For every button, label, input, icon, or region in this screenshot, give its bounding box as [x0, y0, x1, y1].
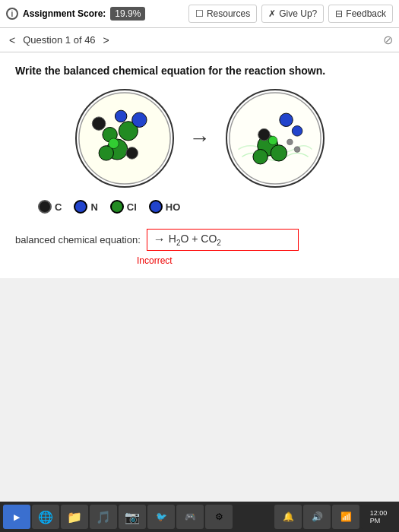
assignment-label: Assignment Score: [23, 8, 106, 19]
svg-point-12 [252, 150, 267, 164]
equation-formula: H2O + CO2 [169, 233, 221, 247]
taskbar-app2[interactable]: 🎮 [176, 505, 204, 529]
taskbar-clock: 12:00PM [361, 505, 396, 529]
taskbar-volume[interactable]: 🔊 [303, 505, 331, 529]
equation-input[interactable]: → H2O + CO2 [147, 229, 299, 251]
question-counter: Question 1 of 46 [23, 34, 95, 46]
c-label: C [55, 201, 62, 213]
reaction-diagram: → [15, 89, 384, 188]
svg-point-7 [131, 112, 146, 127]
svg-point-5 [92, 117, 105, 130]
reactant-circle [75, 89, 174, 188]
equation-row: balanced chemical equation: → H2O + CO2 [15, 229, 384, 251]
n-dot [74, 200, 87, 214]
legend-HO: HO [149, 200, 181, 214]
taskbar: ▶ 🌐 📁 🎵 📷 🐦 🎮 ⚙ 🔔 🔊 📶 12:00PM [0, 502, 399, 532]
resources-icon: ☐ [195, 8, 204, 19]
give-up-icon: ✗ [268, 8, 276, 19]
cl-label: Cl [127, 201, 137, 213]
taskbar-app3[interactable]: ⚙ [205, 505, 233, 529]
ho-dot [149, 200, 163, 214]
taskbar-browser[interactable]: 🌐 [32, 505, 59, 529]
cl-dot [110, 200, 124, 214]
taskbar-music[interactable]: 🎵 [90, 505, 117, 529]
svg-point-13 [271, 145, 287, 161]
legend-Cl: Cl [110, 200, 137, 214]
toolbar: i Assignment Score: 19.9% ☐ Resources ✗ … [0, 0, 399, 28]
reactant-svg [77, 90, 173, 186]
feedback-button[interactable]: ⊟ Feedback [328, 5, 393, 23]
equation-label: balanced chemical equation: [15, 234, 141, 245]
resources-button[interactable]: ☐ Resources [188, 5, 257, 23]
ho-label: HO [166, 201, 181, 213]
legend-N: N [74, 200, 97, 214]
product-circle [226, 89, 325, 188]
next-question-button[interactable]: > [100, 33, 112, 48]
taskbar-chart[interactable]: 📶 [332, 505, 359, 529]
c-dot [38, 200, 52, 214]
taskbar-camera[interactable]: 📷 [119, 505, 146, 529]
taskbar-notification[interactable]: 🔔 [274, 505, 302, 529]
equation-arrow: → [154, 233, 166, 246]
score-badge: 19.9% [110, 7, 145, 21]
incorrect-feedback: Incorrect [15, 255, 384, 266]
svg-point-15 [279, 113, 292, 126]
reaction-arrow: → [189, 126, 211, 150]
question-text: Write the balanced chemical equation for… [15, 65, 384, 77]
svg-point-19 [294, 147, 300, 153]
taskbar-start[interactable]: ▶ [3, 505, 30, 529]
prev-question-button[interactable]: < [6, 33, 18, 48]
edit-icon: ⊘ [383, 33, 393, 47]
taskbar-app1[interactable]: 🐦 [147, 505, 175, 529]
svg-point-18 [287, 139, 293, 145]
svg-point-14 [258, 128, 270, 141]
svg-point-16 [292, 126, 302, 137]
main-content: Write the balanced chemical equation for… [0, 52, 399, 278]
svg-point-9 [108, 138, 119, 149]
svg-point-17 [268, 136, 277, 145]
svg-point-6 [125, 147, 138, 160]
question-nav: < Question 1 of 46 > ⊘ [0, 28, 399, 52]
n-label: N [90, 201, 97, 213]
legend-C: C [38, 200, 62, 214]
info-icon: i [6, 8, 18, 20]
taskbar-files[interactable]: 📁 [61, 505, 88, 529]
legend-row: C N Cl HO [15, 200, 384, 214]
svg-point-8 [115, 110, 127, 122]
feedback-icon: ⊟ [335, 8, 343, 19]
product-svg [227, 90, 323, 186]
give-up-button[interactable]: ✗ Give Up? [261, 5, 324, 23]
